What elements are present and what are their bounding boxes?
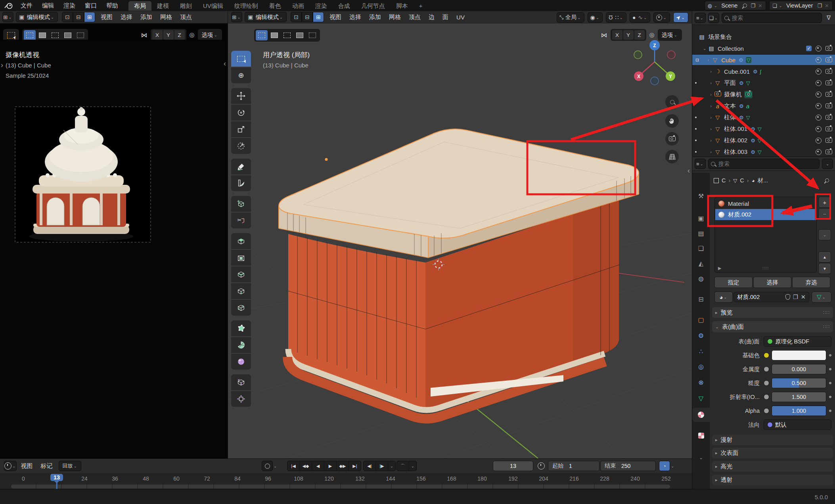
add-slot-button[interactable]: +: [818, 197, 831, 208]
workspace-tab-compositing[interactable]: 合成: [333, 1, 356, 11]
snapping-cluster[interactable]: Ω ∷⌄: [606, 12, 626, 23]
disable-render-icon[interactable]: [825, 92, 832, 97]
tool-select-box[interactable]: ➤: [231, 51, 251, 67]
tab-particles[interactable]: ∴: [692, 344, 710, 358]
panel-diffuse[interactable]: ▸漫射: [712, 435, 833, 445]
keying-set-icon[interactable]: ⌒: [397, 461, 409, 471]
select-intersect-icon[interactable]: [75, 30, 86, 40]
metallic-slider[interactable]: 0.000: [772, 364, 826, 374]
mode-dropdown[interactable]: ▣ 编辑模式 ⌄: [16, 12, 58, 22]
pan-hand-button[interactable]: [665, 114, 679, 128]
menu-edit[interactable]: 编辑: [37, 0, 59, 11]
scene-selector[interactable]: ◍ ⌄ Scene ❐ ✕: [705, 1, 766, 10]
vertex-select-icon[interactable]: ⊡: [62, 12, 73, 22]
sidebar-collapse-chevron[interactable]: ‹: [688, 167, 690, 175]
jump-start-button[interactable]: |◀: [287, 461, 300, 471]
sidebar-collapse-chevron[interactable]: ‹: [224, 59, 226, 68]
select-set-icon[interactable]: [24, 30, 36, 40]
toolbar-expand-chevron[interactable]: ›: [1, 61, 3, 69]
playback-sync-button[interactable]: ◔: [659, 461, 670, 471]
mirror-z-button[interactable]: Z: [174, 30, 185, 40]
select-mode-toggles[interactable]: ⊡ ⊟ ⊞: [291, 12, 324, 22]
mirror-y-button[interactable]: Y: [623, 30, 634, 40]
playback-dropdown[interactable]: 回放⌄: [59, 461, 81, 471]
chevron-right-icon[interactable]: ›: [708, 149, 714, 154]
value-socket-icon[interactable]: [764, 408, 769, 414]
alpha-slider[interactable]: 1.000: [772, 406, 826, 416]
zoom-button[interactable]: [665, 95, 679, 109]
base-color-swatch[interactable]: [772, 350, 826, 360]
frame-start-field[interactable]: 起始 1: [548, 461, 599, 471]
mirror-x-button[interactable]: X: [612, 30, 622, 40]
keyframe-dot[interactable]: [829, 382, 831, 384]
menu-mesh[interactable]: 网格: [156, 13, 176, 21]
menu-add[interactable]: 添加: [136, 13, 156, 21]
editor-type-button[interactable]: ⌄: [4, 461, 17, 471]
select-extend-icon[interactable]: [36, 30, 48, 40]
keyframe-dot[interactable]: [829, 368, 831, 370]
tool-shrink-fatten[interactable]: [231, 391, 251, 407]
tab-object[interactable]: ▢: [692, 312, 710, 327]
workspace-tab-sculpting[interactable]: 雕刻: [174, 1, 197, 11]
copy-icon[interactable]: ❐: [793, 294, 798, 300]
outliner-row-scene-collection[interactable]: ▤ 场景集合: [692, 32, 835, 42]
disable-render-icon[interactable]: [825, 46, 832, 51]
tool-cursor[interactable]: ⊕: [231, 67, 251, 83]
tool-extrude-region[interactable]: [231, 233, 251, 249]
workspace-tab-scripting[interactable]: 脚本: [391, 1, 414, 11]
tool-rip-region[interactable]: ✂: [231, 213, 251, 228]
tab-physics[interactable]: ◎: [692, 359, 710, 374]
select-button[interactable]: 选择: [753, 277, 791, 288]
viewport-camera[interactable]: ⊞⌄ ▣ 编辑模式 ⌄ ⊡ ⊟ ⊞ 视图 选择 添加 网格 顶点: [0, 11, 228, 458]
playhead[interactable]: 13: [50, 474, 63, 481]
tabs-overflow-chevron[interactable]: ⌄: [692, 450, 710, 465]
chevron-down-icon[interactable]: ⌄: [388, 461, 395, 471]
visibility-dropdown[interactable]: ⌄: [653, 12, 670, 23]
chevron-right-icon[interactable]: ›: [708, 126, 714, 131]
workspace-tab-texture-paint[interactable]: 纹理绘制: [229, 1, 264, 11]
face-select-icon[interactable]: ⊞: [84, 12, 95, 22]
select-set-icon[interactable]: [256, 30, 268, 40]
edge-select-icon[interactable]: ⊟: [302, 12, 313, 22]
options-dropdown[interactable]: 选项⌄: [658, 29, 682, 41]
panel-transmission[interactable]: ▸透射: [712, 475, 833, 485]
step-back-button[interactable]: ◀|: [364, 461, 376, 471]
pin-icon[interactable]: [824, 178, 830, 183]
chevron-down-icon[interactable]: ⌄: [671, 464, 674, 468]
unlink-icon[interactable]: ✕: [801, 294, 806, 300]
browse-material-button[interactable]: ◕⌄: [714, 291, 733, 303]
viewport-main[interactable]: ⊞⌄ ▣ 编辑模式 ⌄ ⊡ ⊟ ⊞ 视图 选择 添加 网格 顶点 边 面 UV …: [228, 11, 692, 458]
shader-dropdown[interactable]: 原理化 BSDF: [764, 336, 831, 347]
menu-view[interactable]: 视图: [17, 462, 36, 470]
mode-dropdown[interactable]: ▣ 编辑模式 ⌄: [245, 12, 287, 22]
specials-dropdown[interactable]: ⌄: [818, 229, 831, 240]
panel-grip[interactable]: ∷∷: [823, 310, 830, 315]
proportional-editing-cluster[interactable]: ● ∿⌄: [630, 12, 651, 23]
tool-loop-cut[interactable]: [231, 283, 251, 299]
chevron-down-icon[interactable]: ⌄: [702, 46, 707, 51]
chevron-right-icon[interactable]: ›: [705, 57, 711, 62]
outliner-row-cylinder[interactable]: › ▽ 柱体 ⚙ ▽: [692, 112, 835, 123]
material-name-field[interactable]: 材质.002 ❐ ✕: [733, 292, 809, 302]
hide-viewport-icon[interactable]: [816, 126, 822, 132]
outliner-row-plane[interactable]: › ▽ 平面 ⚙ ▽: [692, 78, 835, 88]
assign-button[interactable]: 指定: [714, 277, 753, 288]
menu-view[interactable]: 视图: [326, 13, 345, 21]
use-preview-range-icon[interactable]: [538, 462, 545, 470]
select-subtract-icon[interactable]: [49, 30, 61, 40]
tab-object-data[interactable]: ▽: [692, 391, 710, 405]
panel-preview[interactable]: ▸ 预览 ∷∷: [712, 307, 833, 318]
tool-transform[interactable]: [231, 138, 251, 154]
frame-end-field[interactable]: 结束 250: [600, 461, 656, 471]
value-socket-icon[interactable]: [764, 394, 769, 400]
deselect-button[interactable]: 弃选: [792, 277, 830, 288]
hide-viewport-icon[interactable]: [816, 46, 822, 52]
viewlayer-selector[interactable]: ❏ ⌄ ViewLayer ❐ ✕: [769, 1, 833, 10]
disable-render-icon[interactable]: [825, 115, 832, 120]
transform-orientation-dropdown[interactable]: ⤡ 全局⌄: [557, 12, 584, 23]
workspace-tab-layout[interactable]: 布局: [128, 1, 151, 11]
select-mode-toggles[interactable]: ⊡ ⊟ ⊞: [62, 12, 95, 22]
editor-type-button[interactable]: ≡⌄: [695, 159, 706, 169]
face-select-icon[interactable]: ⊞: [313, 12, 324, 22]
select-subtract-icon[interactable]: [281, 30, 293, 40]
